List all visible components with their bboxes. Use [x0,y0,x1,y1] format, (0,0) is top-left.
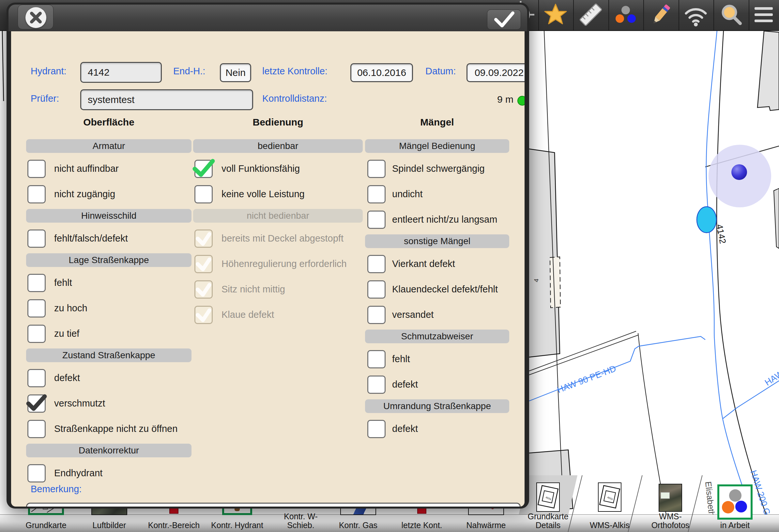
layer-button-label: Grundkarte [528,512,568,521]
checkbox[interactable] [367,255,385,273]
wifi-icon [681,1,711,30]
hydrant-field[interactable]: 4142 [80,62,162,83]
section-bar: Armatur [26,139,191,153]
hydrant-marker[interactable] [697,207,716,233]
hydrant-inspection-app: HAW 90 PE-HD HAW HAW 200 GGG Elisabeth-S… [0,0,779,532]
layer-button-label: in Arbeit [720,521,750,530]
layer-button-label: Orthofotos [651,521,690,530]
ruler-button[interactable] [574,0,608,30]
checkbox-label: defekt [392,423,418,434]
checkbox[interactable] [27,274,46,292]
endh-button[interactable]: Nein [220,63,251,82]
checkbox-label: Klaue defekt [222,309,274,320]
checkbox[interactable] [367,160,385,178]
column-title: Oberfläche [83,117,134,128]
endh-value: Nein [225,67,246,78]
layer-button-label: Nahwärme [467,521,506,530]
checkbox-label: entleert nicht/zu langsam [392,214,497,225]
close-button[interactable] [25,7,46,28]
wifi-button[interactable] [678,0,713,30]
checkbox-label: versandet [392,309,433,320]
letzte-kontrolle-field[interactable]: 06.10.2016 [350,63,413,82]
checkbox-label: Sitz nicht mittig [222,284,285,295]
hydrant-label: Hydrant: [31,66,67,77]
checkbox[interactable] [367,280,385,298]
checkbox[interactable] [27,325,46,343]
letzte-kontrolle-label: letzte Kontrolle: [262,66,327,77]
checkbox-label: fehlt/falsch/defekt [54,233,128,244]
checkbox[interactable] [367,185,385,203]
layer-button-label: Kontr. Gas [339,521,377,530]
datum-label: Datum: [425,66,456,77]
checkbox[interactable] [27,464,46,482]
checkbox-label: undicht [392,189,423,200]
checkbox-label: nicht auffindbar [54,163,119,174]
checkbox-label: Endhydrant [54,468,103,478]
layer-button-label: Details [536,521,560,530]
checkbox-label: defekt [392,379,418,390]
search-icon [717,1,745,30]
layer-button-label: Schieb. [287,521,314,530]
checkbox[interactable] [367,376,385,394]
layer-button-label: WMS- [659,512,681,521]
pruefer-label: Prüfer: [31,93,59,104]
kontrolldistanz-value: 9 m [461,94,514,105]
checkbox-label: Spindel schwergängig [392,163,485,174]
bemerkung-textarea[interactable] [26,503,521,507]
checkbox [194,255,213,273]
checkbox[interactable] [27,229,46,248]
checkbox[interactable] [367,350,385,369]
pruefer-field[interactable]: systemtest [80,89,253,110]
section-bar: Lage Straßenkappe [26,253,191,267]
layer-thumbnail: 4694 [536,482,560,512]
checkbox[interactable] [27,160,46,178]
ruler-icon [577,1,604,30]
section-bar: sonstige Mängel [365,235,509,248]
section-bar: bedienbar [193,139,363,153]
checkbox[interactable] [367,420,385,438]
bemerkung-label: Bemerkung: [31,484,81,494]
star-icon [542,2,568,29]
layers-dots-button[interactable] [608,0,643,30]
pencil-button[interactable] [644,0,678,30]
confirm-button[interactable] [487,9,521,30]
checkbox[interactable] [27,185,46,203]
close-icon [25,7,46,28]
distance-status-indicator [517,96,525,106]
building-left-annex [550,257,560,308]
layer-button-label: Grundkarte [25,521,66,530]
checkbox[interactable] [27,420,46,438]
checkbox-label: bereits mit Deckel abgestopft [222,233,344,244]
layer-button-label: Kontr. Hydrant [211,521,263,530]
checkbox [194,229,213,248]
layer-button-label: Kontr.-Bereich [148,521,200,530]
checkbox[interactable] [194,160,213,178]
checkbox[interactable] [27,394,46,413]
checkbox-label: Höhenregulierung erforderlich [222,259,347,269]
checkbox[interactable] [27,369,46,387]
section-bar: Hinweisschild [26,209,191,223]
column-title: Bedienung [253,117,303,128]
checkbox[interactable] [367,211,385,229]
star-button[interactable] [538,0,573,30]
checkbox [194,306,213,324]
datum-field[interactable]: 09.09.2022 [467,63,525,82]
dialog-header [8,5,527,31]
section-bar: Schmutzabweiser [365,330,509,343]
layer-thumbnail [659,484,682,512]
checkbox[interactable] [27,299,46,318]
checkbox-label: zu tief [54,328,79,339]
checkbox[interactable] [367,306,385,324]
pruefer-value: systemtest [88,94,134,105]
menu-button[interactable] [746,0,779,30]
layer-button-label: WMS-Alkis [590,521,630,530]
checkbox-label: zu hoch [54,303,87,314]
search-button[interactable] [714,0,748,30]
checkbox-label: Klauendeckel defekt/fehlt [392,284,498,295]
svg-text:4694: 4694 [607,496,613,501]
endh-label: End-H.: [173,66,205,77]
checkbox-label: defekt [54,373,80,383]
column-title: Mängel [420,117,454,128]
checkbox[interactable] [194,185,213,203]
checkbox-label: fehlt [392,354,410,364]
